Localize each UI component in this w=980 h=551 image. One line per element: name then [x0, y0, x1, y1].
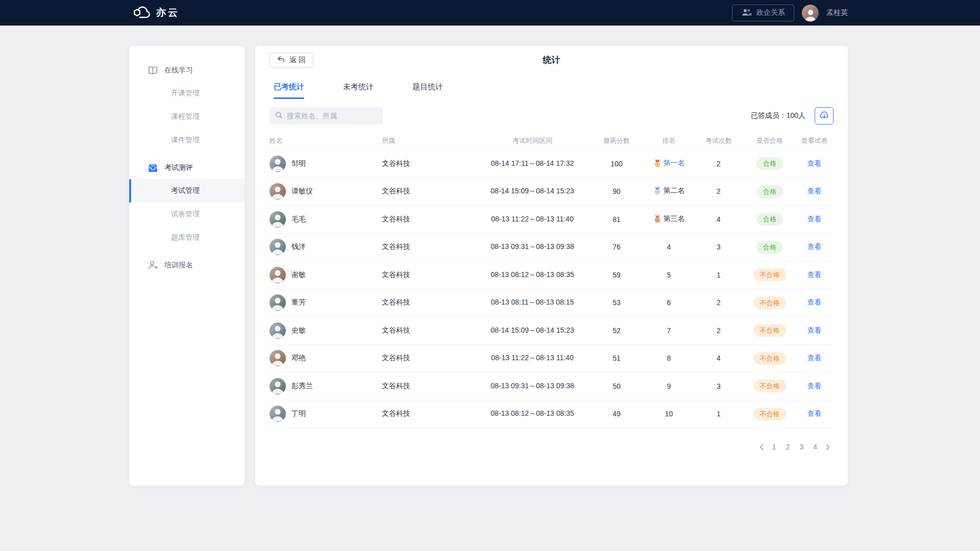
sidebar-item-exam-evaluation[interactable]: 考试测评	[129, 157, 244, 179]
sidebar-subitem-label: 试卷管理	[171, 210, 200, 219]
attempt-count: 4	[693, 215, 744, 223]
pagination: 1 2 3 4	[272, 441, 831, 453]
exam-results-table: 姓名 所属 考试时间区间 最高分数 排名 考试次数 是否合格 查看试卷 邹明 文…	[270, 132, 834, 428]
rank-label: 9	[667, 382, 671, 390]
student-avatar	[270, 322, 286, 339]
table-row: 毛毛 文谷科技 08-13 11:22～08-13 11:40 81 第三名 4…	[270, 206, 834, 234]
tab-untaken-stats[interactable]: 未考统计	[343, 78, 374, 99]
medal-icon	[653, 159, 662, 167]
person-add-icon	[148, 261, 158, 270]
sidebar-subitem-course-management[interactable]: 课程管理	[129, 105, 244, 129]
download-button[interactable]	[815, 107, 834, 124]
user-avatar[interactable]	[802, 5, 819, 21]
sidebar-subitem-label: 考试管理	[171, 186, 200, 195]
table-row: 邹明 文谷科技 08-14 17:11～08-14 17:32 100 第一名 …	[270, 150, 834, 178]
sidebar-subitem-label: 课程管理	[171, 112, 200, 121]
rank-cell: 第一名	[645, 159, 693, 169]
student-name: 董芳	[291, 298, 306, 307]
attempt-count: 3	[693, 243, 744, 251]
attempt-count: 2	[693, 327, 744, 335]
page-number-4[interactable]: 4	[810, 441, 820, 453]
org-name: 文谷科技	[382, 270, 476, 280]
view-paper-link[interactable]: 查看	[807, 409, 822, 417]
sidebar-subitem-label: 课件管理	[171, 136, 200, 145]
column-header-name: 姓名	[270, 136, 382, 145]
view-paper-link[interactable]: 查看	[807, 159, 822, 167]
back-button[interactable]: 返 回	[270, 53, 313, 68]
student-avatar	[270, 156, 286, 172]
sidebar-item-online-study[interactable]: 在线学习	[129, 59, 244, 82]
rank-label: 8	[667, 354, 671, 362]
top-score: 50	[589, 382, 645, 390]
top-score: 59	[589, 271, 645, 279]
sidebar-subitem-paper-management[interactable]: 试卷管理	[129, 203, 244, 226]
view-paper-link[interactable]: 查看	[807, 187, 822, 195]
top-score: 100	[589, 160, 645, 168]
active-tab-underline	[274, 97, 304, 99]
rank-label: 7	[667, 327, 671, 335]
exam-time-range: 08-13 11:22～08-13 11:40	[476, 215, 589, 224]
exam-time-range: 08-14 15:09～08-14 15:23	[476, 187, 589, 196]
org-relation-button[interactable]: 政企关系	[732, 5, 794, 21]
pass-status-badge: 合格	[756, 241, 783, 254]
exam-time-range: 08-13 08:12～08-13 08:35	[476, 270, 589, 280]
column-header-attempts: 考试次数	[693, 136, 744, 145]
column-header-rank: 排名	[645, 136, 693, 145]
rank-label: 10	[665, 410, 673, 418]
top-score: 53	[589, 298, 645, 307]
exam-time-range: 08-14 15:09～08-14 15:23	[476, 326, 589, 335]
prev-page-icon[interactable]	[758, 443, 766, 452]
table-row: 邓艳 文谷科技 08-13 11:22～08-13 11:40 51 8 4 不…	[270, 345, 834, 373]
top-navbar: 亦云 政企关系 孟桂英	[0, 0, 980, 26]
sidebar-item-training-signup[interactable]: 培训报名	[129, 254, 244, 277]
sidebar-subitem-open-course-management[interactable]: 开课管理	[129, 82, 244, 105]
page-title: 统计	[255, 53, 848, 68]
view-paper-link[interactable]: 查看	[807, 382, 822, 390]
student-name: 邹明	[291, 159, 306, 168]
attempt-count: 1	[693, 410, 744, 418]
pass-status-badge: 不合格	[753, 296, 787, 309]
student-name: 史敏	[291, 326, 306, 335]
page-number-3[interactable]: 3	[796, 441, 806, 453]
sidebar-subitem-question-bank-management[interactable]: 题库管理	[129, 226, 244, 249]
exam-time-range: 08-13 11:22～08-13 11:40	[476, 354, 589, 363]
rank-label: 4	[667, 243, 671, 251]
brand-logo: 亦云	[133, 5, 180, 21]
tab-question-stats[interactable]: 题目统计	[412, 78, 443, 99]
sidebar-subitem-exam-management[interactable]: 考试管理	[129, 179, 244, 203]
rank-cell: 8	[645, 354, 693, 362]
back-label: 返 回	[289, 56, 306, 65]
book-icon	[148, 66, 158, 76]
tab-taken-stats[interactable]: 已考统计	[274, 78, 304, 99]
view-paper-link[interactable]: 查看	[807, 298, 822, 306]
column-header-time: 考试时间区间	[476, 136, 589, 145]
attempt-count: 2	[693, 187, 744, 195]
sidebar-subitem-courseware-management[interactable]: 课件管理	[129, 129, 244, 152]
student-name: 谭敏仪	[291, 187, 313, 196]
exam-time-range: 08-14 17:11～08-14 17:32	[476, 159, 589, 168]
column-header-score: 最高分数	[589, 136, 645, 145]
next-page-icon[interactable]	[824, 443, 831, 452]
student-avatar	[270, 350, 286, 366]
sidebar-subitem-label: 题库管理	[171, 233, 200, 242]
search-box	[270, 107, 383, 124]
page-number-2[interactable]: 2	[783, 441, 793, 453]
table-header-row: 姓名 所属 考试时间区间 最高分数 排名 考试次数 是否合格 查看试卷	[270, 132, 834, 150]
cloud-logo-icon	[133, 5, 152, 21]
view-paper-link[interactable]: 查看	[807, 326, 822, 334]
org-relation-label: 政企关系	[756, 8, 785, 17]
search-icon	[275, 111, 283, 121]
attempt-count: 1	[693, 271, 744, 279]
view-paper-link[interactable]: 查看	[807, 242, 822, 251]
student-avatar	[270, 211, 286, 228]
org-name: 文谷科技	[382, 409, 476, 418]
search-input[interactable]	[287, 112, 377, 120]
view-paper-link[interactable]: 查看	[807, 270, 822, 279]
table-row: 彭秀兰 文谷科技 08-13 09:31～08-13 09:38 50 9 3 …	[270, 372, 834, 400]
student-name: 谢敏	[291, 270, 306, 280]
view-paper-link[interactable]: 查看	[807, 354, 822, 362]
page-number-1[interactable]: 1	[769, 441, 779, 453]
sidebar-item-label: 在线学习	[164, 66, 193, 75]
view-paper-link[interactable]: 查看	[807, 215, 822, 223]
rank-cell: 第二名	[645, 186, 693, 196]
